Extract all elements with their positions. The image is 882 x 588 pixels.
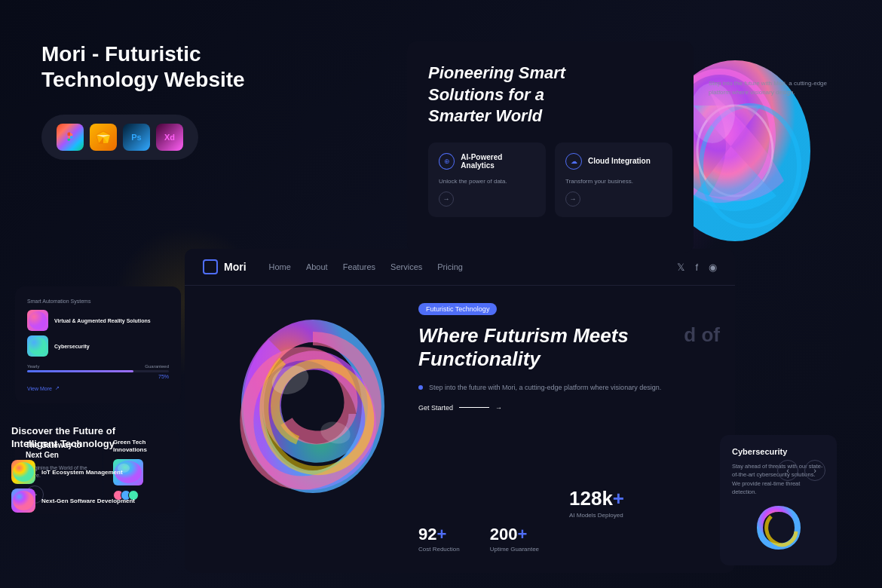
nav-links: Home About Features Services Pricing — [269, 262, 655, 271]
cyber-shape — [732, 505, 825, 553]
nav-about[interactable]: About — [306, 262, 328, 271]
cyber-card: Cybersecurity Stay ahead of threats with… — [720, 435, 837, 565]
left-side-card: Smart Automation Systems Virtual & Augme… — [15, 286, 181, 403]
nav-services[interactable]: Services — [390, 262, 422, 271]
cloud-arrow[interactable]: → — [565, 191, 580, 207]
progress-label: Yearly Guaranteed — [27, 364, 169, 369]
partial-text: d of — [684, 323, 720, 347]
left-card-header: Smart Automation Systems — [27, 299, 169, 304]
pioneer-heading: Pioneering Smart Solutions for a Smarter… — [428, 63, 609, 127]
prev-arrow[interactable]: ‹ — [777, 460, 798, 481]
feature-cards: ⊕ AI-Powered Analytics Unlock the power … — [428, 142, 672, 217]
discover-list: IoT Ecosystem Management Next-Gen Softwa… — [11, 460, 135, 513]
cloud-title: Cloud Integration — [588, 157, 651, 165]
pioneer-card: Pioneering Smart Solutions for a Smarter… — [407, 41, 694, 253]
page-title: Mori - Futuristic Technology Website — [41, 41, 253, 92]
discover-section: Discover the Future of Intelligent Techn… — [11, 425, 135, 513]
bullet-dot — [418, 385, 423, 390]
discover-title: Discover the Future of Intelligent Techn… — [11, 425, 124, 451]
nav-social: 𝕏 f ◉ — [677, 262, 717, 273]
nav-logo: Mori — [203, 259, 247, 274]
nav-logo-text: Mori — [224, 261, 247, 273]
list-item-software: Next-Gen Software Development — [11, 488, 135, 513]
service-vr-name: Virtual & Augmented Reality Solutions — [54, 318, 169, 323]
cyber-title: Cybersecurity — [732, 447, 825, 456]
list-text-iot: IoT Ecosystem Management — [41, 469, 123, 476]
ai-desc: Unlock the power of data. — [439, 177, 535, 185]
list-item-iot: IoT Ecosystem Management — [11, 460, 135, 484]
progress-bar-area: Yearly Guaranteed 75% — [27, 364, 169, 379]
stat-models-label: AI Models Deployed — [569, 512, 624, 519]
stat-models-number: 128k+ — [569, 487, 624, 510]
hero-badge: Futuristic Technology — [418, 303, 497, 315]
service-rows: Virtual & Augmented Reality Solutions Cy… — [27, 310, 169, 357]
twitter-icon[interactable]: 𝕏 — [677, 262, 684, 273]
stat-uptime-label: Uptime Guarantee — [490, 546, 539, 553]
nav-arrows: ‹ › — [777, 460, 825, 481]
feature-cloud-header: ☁ Cloud Integration — [565, 153, 662, 170]
progress-percent: 75% — [27, 374, 169, 379]
service-info-cyber: Cybersecurity — [54, 344, 169, 349]
svg-point-18 — [13, 462, 34, 482]
list-text-software: Next-Gen Software Development — [41, 498, 135, 504]
website-mockup: Mori Home About Features Services Pricin… — [185, 249, 735, 573]
next-arrow[interactable]: › — [804, 460, 825, 481]
stat-cost-number: 92+ — [418, 525, 460, 544]
list-img-iot — [11, 460, 35, 484]
feature-ai-header: ⊕ AI-Powered Analytics — [439, 153, 535, 170]
hero-heading: Where Futurism Meets Functionality — [418, 324, 690, 371]
svg-point-14 — [29, 311, 47, 329]
arrow-line — [459, 407, 489, 408]
hero-area: Futuristic Technology Where Futurism Mee… — [185, 286, 735, 571]
photoshop-icon: Ps — [123, 124, 150, 151]
service-img-cyber — [27, 335, 48, 357]
service-img-vr — [27, 310, 48, 331]
stat-cost-label: Cost Reduction — [418, 546, 460, 553]
top-right-desc: Step into the future with Mori, a cuttin… — [709, 79, 829, 97]
sketch-icon — [90, 124, 117, 151]
nav-home[interactable]: Home — [269, 262, 291, 271]
service-row-vr: Virtual & Augmented Reality Solutions — [27, 310, 169, 331]
stat-cost: 92+ Cost Reduction — [418, 525, 460, 553]
nav-features[interactable]: Features — [343, 262, 375, 271]
view-more-link[interactable]: View More ↗ — [27, 385, 169, 391]
service-row-cyber: Cybersecurity — [27, 335, 169, 357]
progress-bar — [27, 370, 169, 372]
logo-icon — [203, 259, 218, 274]
ai-title: AI-Powered Analytics — [461, 153, 535, 170]
stat-uptime: 200+ Uptime Guarantee — [490, 525, 539, 553]
get-started-link[interactable]: Get Started → — [418, 404, 690, 412]
figma-icon — [57, 124, 84, 151]
stat-models: 128k+ AI Models Deployed — [569, 487, 624, 519]
svg-point-19 — [13, 491, 34, 510]
xd-icon: Xd — [156, 124, 183, 151]
nav-pricing[interactable]: Pricing — [437, 262, 463, 271]
ai-icon: ⊕ — [439, 153, 455, 170]
ai-arrow[interactable]: → — [439, 191, 454, 207]
instagram-icon[interactable]: ◉ — [709, 262, 717, 273]
service-cyber-name: Cybersecurity — [54, 344, 169, 349]
hero-content: Futuristic Technology Where Futurism Mee… — [418, 301, 690, 412]
hero-desc: Step into the future with Mori, a cuttin… — [418, 383, 690, 394]
cloud-icon: ☁ — [565, 153, 582, 170]
tool-icons-row: Ps Xd — [41, 115, 198, 160]
stats-row: 92+ Cost Reduction 200+ Uptime Guarantee… — [418, 525, 539, 553]
stat-uptime-number: 200+ — [490, 525, 539, 544]
mockup-navbar: Mori Home About Features Services Pricin… — [185, 249, 735, 286]
svg-point-15 — [29, 337, 47, 355]
service-info-vr: Virtual & Augmented Reality Solutions — [54, 318, 169, 323]
cloud-desc: Transform your business. — [565, 177, 662, 185]
facebook-icon[interactable]: f — [695, 262, 698, 273]
hero-3d-shape — [207, 301, 418, 512]
progress-fill — [27, 370, 133, 372]
list-img-software — [11, 488, 35, 513]
feature-card-ai: ⊕ AI-Powered Analytics Unlock the power … — [428, 142, 546, 217]
top-left-section: Mori - Futuristic Technology Website — [41, 41, 253, 160]
feature-card-cloud: ☁ Cloud Integration Transform your busin… — [555, 142, 672, 217]
